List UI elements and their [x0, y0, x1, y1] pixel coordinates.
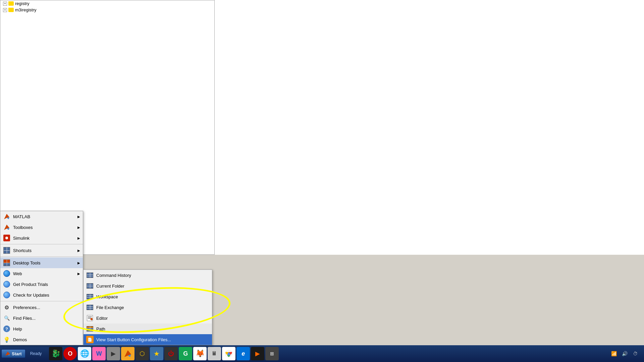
file-exchange-icon [86, 304, 94, 311]
preferences-icon: ⚙ [3, 304, 10, 311]
submenu-item-current-folder[interactable]: Current Folder [84, 281, 212, 291]
expand-icon-m3iregistry[interactable]: + [3, 8, 7, 12]
start-context-menu: MATLAB ▶ Toolboxes ▶ Simulink ▶ [0, 211, 83, 345]
help-icon: ? [3, 325, 10, 333]
taskbar-star-icon[interactable]: ★ [150, 347, 163, 360]
demos-icon: 💡 [3, 336, 10, 343]
tray-icon-2[interactable]: 🔊 [620, 349, 629, 358]
submenu-label-workspace: Workspace [96, 294, 118, 299]
view-start-button-icon: 📄 [86, 336, 94, 343]
taskbar-word-icon[interactable]: W [92, 347, 106, 360]
submenu-item-view-start-button[interactable]: 📄 View Start Button Configuration Files.… [84, 334, 212, 345]
menu-item-check-for-updates[interactable]: Check for Updates [0, 290, 83, 300]
submenu-label-command-history: Command History [96, 273, 131, 278]
tray-icon-1[interactable]: 📶 [609, 349, 619, 358]
taskbar-media-icon[interactable]: ▶ [107, 347, 120, 360]
menu-item-toolboxes[interactable]: Toolboxes ▶ [0, 222, 83, 233]
menu-arrow-simulink: ▶ [77, 236, 80, 240]
menu-label-shortcuts: Shortcuts [13, 248, 32, 253]
taskbar-grammarly-icon[interactable]: G [179, 347, 192, 360]
taskbar-kali-icon[interactable]: 🐉 [49, 347, 62, 360]
folder-icon-registry [8, 1, 14, 6]
find-files-icon: 🔍 [3, 314, 10, 322]
start-button[interactable]: Start [1, 349, 25, 358]
menu-divider-3 [0, 301, 83, 301]
desktop-tools-submenu: Command History Current Folder Workspace [83, 269, 212, 345]
tree-label-m3iregistry: m3iregistry [15, 7, 37, 12]
menu-label-demos: Demos [13, 337, 27, 342]
submenu-label-view-start-button: View Start Button Configuration Files... [96, 337, 171, 342]
taskbar-status: Ready [26, 351, 46, 356]
taskbar-media-player-icon[interactable]: ▶ [251, 347, 264, 360]
right-panel [215, 0, 644, 255]
menu-item-demos[interactable]: 💡 Demos [0, 334, 83, 345]
editor-icon [86, 314, 94, 322]
menu-label-simulink: Simulink [13, 236, 30, 241]
menu-divider-1 [0, 244, 83, 244]
menu-label-desktop-tools: Desktop Tools [13, 260, 40, 265]
taskbar-app-icons: 🐉 O 🌐 W ▶ ⬡ ★ ⏻ G 🦊 🖩 [49, 347, 279, 360]
submenu-item-editor[interactable]: Editor [84, 313, 212, 323]
menu-arrow-matlab: ▶ [77, 215, 80, 219]
command-history-icon [86, 272, 94, 279]
menu-label-check-for-updates: Check for Updates [13, 293, 49, 298]
tray-icon-3[interactable]: ⏱ [631, 349, 640, 358]
web-icon [3, 270, 10, 277]
submenu-label-current-folder: Current Folder [96, 284, 124, 289]
submenu-label-file-exchange: File Exchange [96, 305, 124, 310]
menu-item-shortcuts[interactable]: Shortcuts ▶ [0, 245, 83, 256]
menu-item-help[interactable]: ? Help [0, 323, 83, 334]
taskbar-calc-icon[interactable]: 🖩 [208, 347, 221, 360]
menu-label-matlab: MATLAB [13, 214, 30, 219]
taskbar-safari-icon[interactable]: 🌐 [78, 347, 91, 360]
menu-label-find-files: Find Files... [13, 316, 36, 321]
taskbar-opera-icon[interactable]: O [63, 347, 77, 360]
toolboxes-icon [3, 224, 10, 231]
taskbar-ie-icon[interactable]: e [236, 347, 250, 360]
taskbar-chrome-icon[interactable] [222, 347, 235, 360]
shortcuts-icon [3, 247, 10, 254]
check-updates-icon [3, 291, 10, 299]
submenu-item-path[interactable]: Path [84, 323, 212, 334]
start-label: Start [12, 351, 22, 356]
menu-label-preferences: Preferences... [13, 305, 40, 310]
get-product-trials-icon [3, 281, 10, 288]
menu-arrow-web: ▶ [77, 272, 80, 276]
menu-item-desktop-tools[interactable]: Desktop Tools ▶ [0, 257, 83, 268]
menu-item-web[interactable]: Web ▶ [0, 268, 83, 279]
menu-arrow-toolboxes: ▶ [77, 226, 80, 229]
submenu-label-path: Path [96, 326, 105, 331]
menu-item-get-product-trials[interactable]: Get Product Trials [0, 279, 83, 290]
path-icon [86, 325, 94, 333]
taskbar-matlab-icon[interactable] [121, 347, 135, 360]
taskbar-power-icon[interactable]: ⏻ [164, 347, 178, 360]
menu-arrow-shortcuts: ▶ [77, 249, 80, 252]
submenu-item-file-exchange[interactable]: File Exchange [84, 302, 212, 313]
workspace-icon [86, 293, 94, 300]
menu-arrow-desktop-tools: ▶ [77, 261, 80, 265]
matlab-start-icon [5, 351, 10, 356]
menu-label-get-product-trials: Get Product Trials [13, 282, 48, 287]
submenu-item-command-history[interactable]: Command History [84, 270, 212, 281]
menu-label-web: Web [13, 271, 22, 276]
menu-divider-2 [0, 256, 83, 257]
taskbar-firefox-icon[interactable]: 🦊 [193, 347, 207, 360]
desktop-tools-icon [3, 259, 10, 266]
submenu-item-workspace[interactable]: Workspace [84, 291, 212, 302]
taskbar-misc-icon[interactable]: ⊞ [265, 347, 279, 360]
taskbar-puzzle-icon[interactable]: ⬡ [136, 347, 149, 360]
taskbar: Start Ready 🐉 O 🌐 W ▶ ⬡ ★ ⏻ G 🦊 🖩 [0, 345, 644, 362]
menu-item-simulink[interactable]: Simulink ▶ [0, 233, 83, 243]
simulink-icon [3, 234, 10, 242]
current-folder-icon [86, 282, 94, 290]
folder-icon-m3iregistry [8, 8, 14, 12]
tree-label-registry: registry [15, 1, 30, 6]
system-tray: 📶 🔊 ⏱ [609, 349, 643, 358]
menu-item-matlab[interactable]: MATLAB ▶ [0, 211, 83, 222]
tree-item-m3iregistry[interactable]: + m3iregistry [0, 7, 214, 13]
menu-item-preferences[interactable]: ⚙ Preferences... [0, 302, 83, 313]
expand-icon-registry[interactable]: + [3, 2, 7, 6]
menu-item-find-files[interactable]: 🔍 Find Files... [0, 313, 83, 323]
tree-item-registry[interactable]: + registry [0, 0, 214, 7]
menu-label-help: Help [13, 326, 22, 331]
